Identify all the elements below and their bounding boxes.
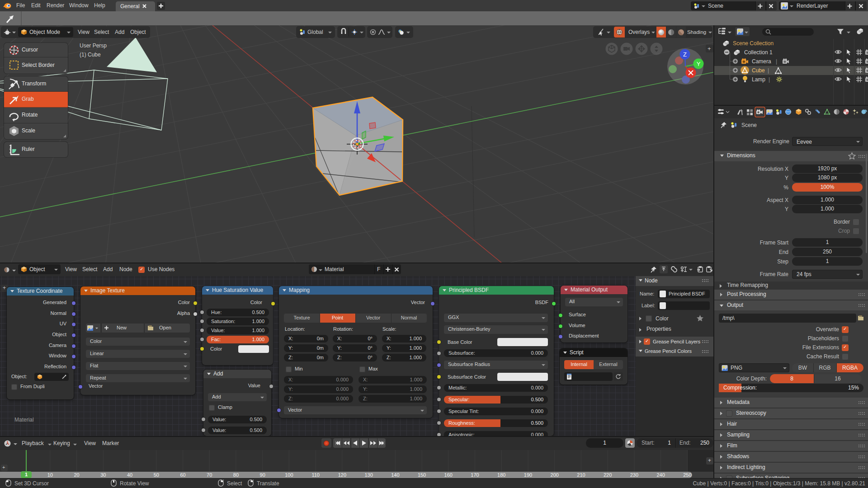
svg-text:Y: Y bbox=[697, 61, 701, 67]
svg-text:Z: Z bbox=[683, 51, 687, 58]
